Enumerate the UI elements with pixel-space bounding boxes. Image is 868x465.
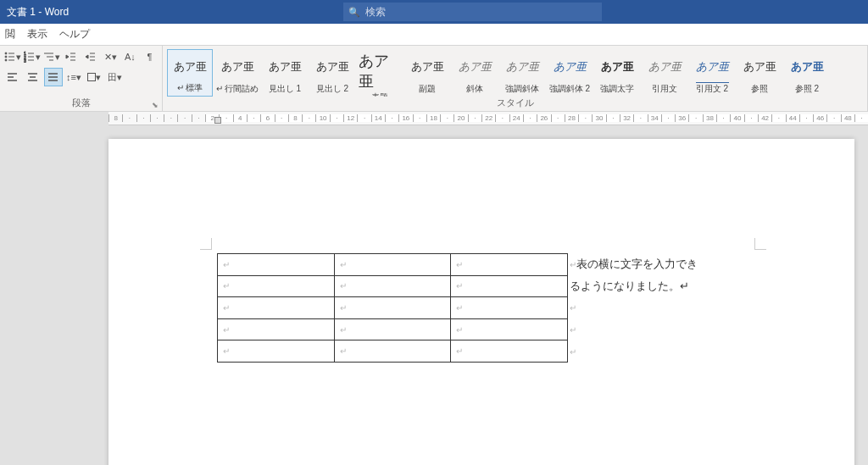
- table-cell[interactable]: ↵: [334, 318, 451, 340]
- side-text[interactable]: ↵表の横に文字を入力できるようになりました。↵↵↵↵: [568, 253, 698, 363]
- increase-indent-button[interactable]: [82, 47, 100, 66]
- tab-display[interactable]: 表示: [22, 24, 53, 45]
- style-item-8[interactable]: あア亜強調斜体 2: [547, 49, 593, 97]
- tab-view-partial[interactable]: 閲: [0, 24, 20, 45]
- table-cell[interactable]: ↵: [334, 275, 451, 297]
- table-cell[interactable]: ↵: [451, 297, 568, 319]
- ribbon: ▾ 123▾ ▾ ✕▾ A↓ ¶ ↕≡▾ ▾ 田▾ 段落 ⬊ あア亜↵ 標準あア…: [0, 46, 868, 112]
- menubar: 閲 表示 ヘルプ: [0, 24, 868, 46]
- style-item-10[interactable]: あア亜引用文: [642, 49, 687, 97]
- decrease-indent-button[interactable]: [62, 47, 80, 66]
- tab-help[interactable]: ヘルプ: [54, 24, 95, 45]
- table-cell[interactable]: ↵: [218, 254, 335, 276]
- titlebar: 文書 1 - Word 🔍 検索: [0, 0, 868, 24]
- table-cell[interactable]: ↵: [334, 340, 451, 363]
- ltr-button[interactable]: ✕▾: [102, 47, 120, 66]
- style-item-0[interactable]: あア亜↵ 標準: [167, 49, 213, 97]
- show-marks-button[interactable]: ¶: [141, 47, 159, 66]
- svg-text:3: 3: [24, 58, 26, 63]
- numbering-button[interactable]: 123▾: [23, 47, 41, 66]
- ribbon-group-paragraph: ▾ 123▾ ▾ ✕▾ A↓ ¶ ↕≡▾ ▾ 田▾ 段落 ⬊: [0, 46, 163, 111]
- table-cell[interactable]: ↵: [451, 340, 568, 363]
- margin-corner-tr: [754, 238, 766, 250]
- search-placeholder: 検索: [365, 5, 386, 19]
- table-cell[interactable]: ↵: [451, 275, 568, 297]
- sort-button[interactable]: A↓: [121, 47, 139, 66]
- svg-point-4: [5, 59, 7, 61]
- style-item-1[interactable]: あア亜↵ 行間詰め: [214, 49, 260, 97]
- search-box[interactable]: 🔍 検索: [343, 3, 602, 21]
- borders-button[interactable]: 田▾: [105, 68, 124, 86]
- multilevel-button[interactable]: ▾: [42, 47, 60, 66]
- table-cell[interactable]: ↵: [218, 297, 335, 319]
- document-table[interactable]: ↵↵↵↵↵↵↵↵↵↵↵↵↵↵↵: [217, 253, 568, 363]
- style-gallery[interactable]: あア亜↵ 標準あア亜↵ 行間詰めあア亜見出し 1あア亜見出し 2あア亜表題あア亜…: [166, 47, 864, 97]
- document-title: 文書 1 - Word: [0, 5, 69, 19]
- svg-marker-19: [86, 55, 88, 58]
- indent-marker-icon[interactable]: [214, 117, 221, 124]
- style-item-3[interactable]: あア亜見出し 2: [309, 49, 355, 97]
- table-cell[interactable]: ↵: [451, 318, 568, 340]
- style-item-6[interactable]: あア亜斜体: [452, 49, 498, 97]
- paragraph-launcher-icon[interactable]: ⬊: [152, 101, 159, 109]
- ribbon-group-styles: あア亜↵ 標準あア亜↵ 行間詰めあア亜見出し 1あア亜見出し 2あア亜表題あア亜…: [163, 46, 868, 111]
- table-cell[interactable]: ↵: [334, 254, 451, 276]
- style-item-2[interactable]: あア亜見出し 1: [262, 49, 308, 97]
- bullets-button[interactable]: ▾: [3, 47, 21, 66]
- table-cell[interactable]: ↵: [334, 297, 451, 319]
- table-cell[interactable]: ↵: [218, 275, 335, 297]
- table-cell[interactable]: ↵: [218, 340, 335, 363]
- document-page[interactable]: ↵↵↵↵↵↵↵↵↵↵↵↵↵↵↵ ↵表の横に文字を入力できるようになりました。↵↵…: [108, 139, 854, 465]
- workarea: 8······2·4·6·8·10·12·14·16·18·20·22·24·2…: [0, 112, 868, 465]
- align-justify-button[interactable]: [44, 68, 63, 86]
- group-label-styles: スタイル: [166, 97, 864, 111]
- search-icon: 🔍: [348, 7, 360, 18]
- style-item-7[interactable]: あア亜強調斜体: [499, 49, 545, 97]
- svg-point-2: [5, 56, 7, 58]
- svg-point-0: [5, 53, 7, 54]
- svg-marker-15: [66, 55, 69, 58]
- horizontal-ruler[interactable]: 8······2·4·6·8·10·12·14·16·18·20·22·24·2…: [108, 112, 868, 125]
- style-item-12[interactable]: あア亜参照: [737, 49, 782, 97]
- line-spacing-button[interactable]: ↕≡▾: [64, 68, 83, 86]
- margin-corner-tl: [200, 238, 212, 250]
- style-item-9[interactable]: あア亜強調太字: [594, 49, 640, 97]
- style-item-13[interactable]: あア亜参照 2: [784, 49, 830, 97]
- align-center-button[interactable]: [24, 68, 42, 86]
- shading-button[interactable]: ▾: [85, 68, 103, 86]
- group-label-paragraph: 段落: [3, 97, 159, 111]
- table-cell[interactable]: ↵: [451, 254, 568, 276]
- table-cell[interactable]: ↵: [218, 318, 335, 340]
- align-left-button[interactable]: [3, 68, 22, 86]
- style-item-5[interactable]: あア亜副題: [404, 49, 450, 97]
- style-item-4[interactable]: あア亜表題: [357, 49, 403, 97]
- style-item-11[interactable]: あア亜引用文 2: [689, 49, 735, 97]
